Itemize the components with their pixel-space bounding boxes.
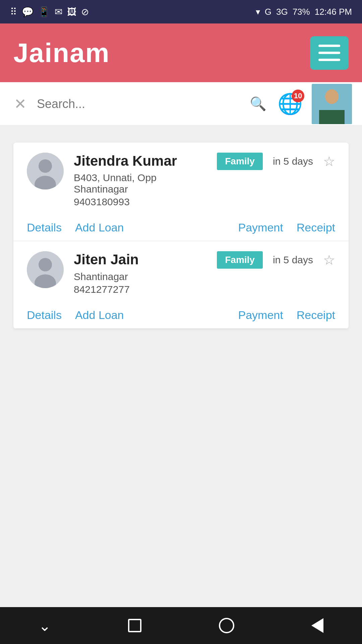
nav-home-button[interactable] [219, 618, 234, 633]
gallery-icon: 🖼 [67, 6, 76, 17]
avatar-svg-1 [27, 153, 64, 190]
contact-phone-1: 9403180993 [74, 196, 207, 208]
contact-top-row-1: Jitendra Kumar B403, Unnati, Opp Shantin… [27, 153, 335, 208]
notification-badge: 10 [292, 90, 304, 102]
signal-icon: G [265, 7, 272, 17]
svg-point-8 [39, 258, 52, 271]
details-link-2[interactable]: Details [27, 309, 62, 322]
menu-line-1 [318, 45, 340, 47]
contact-name-1: Jitendra Kumar [74, 153, 207, 169]
status-bar-right: ▾ G 3G 73% 12:46 PM [256, 7, 352, 17]
menu-line-2 [318, 52, 340, 54]
menu-line-3 [318, 59, 340, 61]
globe-button[interactable]: 🌐 10 [275, 89, 305, 119]
add-loan-link-2[interactable]: Add Loan [75, 309, 124, 322]
notification-dots-icon: ⠿ [10, 6, 17, 17]
contact-info-2: Jiten Jain Shantinagar 8421277277 [74, 251, 207, 295]
status-bar: ⠿ 💬 📱 ✉ 🖼 ⊘ ▾ G 3G 73% 12:46 PM [0, 0, 362, 23]
svg-rect-3 [319, 110, 345, 124]
app-title: Jainam [13, 38, 110, 68]
family-badge-2: Family [217, 251, 263, 269]
close-icon: ✕ [14, 95, 26, 112]
svg-point-1 [325, 89, 339, 104]
nav-back-button[interactable] [311, 618, 323, 633]
action-row-2: Details Add Loan Payment Receipt [27, 302, 335, 328]
contact-info-1: Jitendra Kumar B403, Unnati, Opp Shantin… [74, 153, 207, 208]
receipt-link-1[interactable]: Receipt [297, 221, 335, 234]
menu-button[interactable] [310, 36, 349, 70]
nav-recents-button[interactable] [128, 619, 141, 632]
receipt-link-2[interactable]: Receipt [297, 309, 335, 322]
contacts-card: Jitendra Kumar B403, Unnati, Opp Shantin… [13, 143, 349, 329]
block-icon: ⊘ [81, 6, 89, 17]
bottom-nav: ⌄ [0, 607, 362, 644]
network-3g-icon: 3G [276, 7, 288, 17]
action-row-1: Details Add Loan Payment Receipt [27, 214, 335, 241]
search-icon: 🔍 [250, 96, 266, 112]
payment-link-1[interactable]: Payment [238, 221, 283, 234]
contact-meta-2: Family in 5 days ☆ [217, 251, 335, 269]
whatsapp-icon: 📱 [38, 6, 50, 17]
nav-back-icon [311, 618, 323, 633]
profile-image [312, 84, 352, 124]
star-icon-1[interactable]: ☆ [323, 154, 335, 169]
search-input-area[interactable] [37, 94, 241, 114]
contact-phone-2: 8421277277 [74, 284, 207, 295]
search-input[interactable] [37, 97, 241, 111]
contact-address-1: B403, Unnati, Opp Shantinagar [74, 172, 207, 195]
add-loan-link-1[interactable]: Add Loan [75, 221, 124, 234]
contact-top-row-2: Jiten Jain Shantinagar 8421277277 Family… [27, 251, 335, 295]
search-row: ✕ 🔍 🌐 10 [0, 82, 362, 126]
family-badge-1: Family [217, 153, 263, 170]
battery-icon: 73% [293, 7, 310, 17]
nav-home-icon [219, 618, 234, 633]
due-days-1: in 5 days [273, 156, 313, 167]
profile-photo[interactable] [312, 84, 352, 124]
avatar-2 [27, 251, 64, 288]
nav-down-button[interactable]: ⌄ [39, 617, 51, 634]
svg-point-5 [39, 159, 52, 173]
star-icon-2[interactable]: ☆ [323, 252, 335, 268]
details-link-1[interactable]: Details [27, 221, 62, 234]
contact-name-2: Jiten Jain [74, 251, 207, 268]
due-days-2: in 5 days [273, 254, 313, 266]
contact-item-1: Jitendra Kumar B403, Unnati, Opp Shantin… [13, 143, 349, 241]
status-bar-left: ⠿ 💬 📱 ✉ 🖼 ⊘ [10, 6, 89, 17]
payment-link-2[interactable]: Payment [238, 309, 283, 322]
gmail-icon: ✉ [55, 6, 62, 17]
main-content: Jitendra Kumar B403, Unnati, Opp Shantin… [0, 126, 362, 345]
header: Jainam [0, 23, 362, 82]
close-button[interactable]: ✕ [10, 94, 30, 114]
clock: 12:46 PM [315, 7, 352, 17]
contact-meta-1: Family in 5 days ☆ [217, 153, 335, 170]
nav-down-icon: ⌄ [39, 617, 51, 634]
search-icon-area[interactable]: 🔍 [248, 94, 268, 114]
profile-silhouette [312, 84, 352, 124]
contact-item-2: Jiten Jain Shantinagar 8421277277 Family… [13, 241, 349, 328]
contact-address-2: Shantinagar [74, 271, 207, 282]
avatar-svg-2 [27, 251, 64, 288]
wifi-icon: ▾ [256, 7, 260, 17]
avatar-1 [27, 153, 64, 190]
nav-recents-icon [128, 619, 141, 632]
messenger-icon: 💬 [22, 6, 34, 17]
